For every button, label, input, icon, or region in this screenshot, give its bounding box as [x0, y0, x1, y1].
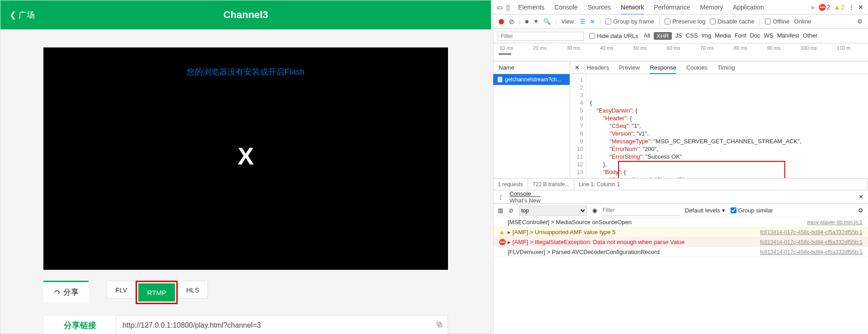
log-row[interactable]: [MSEController] > MediaSource onSourceOp… — [493, 217, 868, 227]
console-settings-icon[interactable]: ⚙ — [858, 207, 863, 214]
filter-img[interactable]: Img — [702, 32, 712, 40]
highlight-box-url — [618, 161, 785, 178]
preserve-log-checkbox[interactable]: Preserve log — [665, 18, 705, 25]
document-icon — [498, 77, 502, 82]
filter-xhr[interactable]: XHR — [654, 32, 671, 40]
tab-rtmp[interactable]: RTMP — [138, 283, 175, 301]
drawer-tabs: ⋮ ConsoleWhat's New ✕ — [493, 190, 868, 204]
devtools-close-icon[interactable]: ✕ — [858, 4, 863, 11]
error-badge[interactable]: ⛔ 2 — [818, 4, 830, 11]
share-panel-tab[interactable]: 分享 — [43, 281, 89, 302]
clear-icon[interactable]: ⊘ — [509, 18, 514, 26]
net-settings-icon[interactable]: ⚙ — [857, 18, 863, 25]
console-clear-icon[interactable]: ⊘ — [509, 207, 514, 214]
console-filter-input[interactable] — [603, 206, 679, 216]
context-select[interactable]: top — [519, 206, 587, 216]
devtools-tab-console[interactable]: Console — [554, 0, 577, 14]
filter-js[interactable]: JS — [675, 32, 682, 40]
tab-flv[interactable]: FLV — [107, 281, 136, 299]
filter-ws[interactable]: WS — [764, 32, 774, 40]
view-waterfall-icon[interactable]: ≋ — [590, 18, 595, 25]
cursor-position: Line 1, Column 1 — [574, 179, 868, 190]
log-row[interactable]: ⛔▸ [AMF] > IllegalStateException: Data n… — [493, 237, 868, 247]
player-fallback-x: X — [237, 142, 254, 170]
settings-icon[interactable]: ⋮ — [848, 4, 854, 11]
share-link-input[interactable]: http://127.0.0.1:10800/play.html?channel… — [116, 315, 448, 334]
json-line: "MessageType": "MSG_SC_SERVER_GET_CHANNE… — [590, 137, 802, 145]
devtools-tab-network[interactable]: Network — [621, 0, 644, 14]
console-toolbar: ▥ ⊘ top ◉ Default levels ▾ Group similar… — [493, 204, 868, 217]
view-large-icon[interactable]: ☰ — [580, 18, 585, 25]
detail-tab-headers[interactable]: Headers — [587, 61, 609, 74]
more-tabs-chevrons[interactable]: » — [811, 4, 815, 11]
hide-data-urls-checkbox[interactable]: Hide data URLs — [589, 33, 638, 39]
filter-doc[interactable]: Doc — [750, 32, 760, 40]
devtools-panel: ▭ ▯ ElementsConsoleSourcesNetworkPerform… — [493, 0, 868, 334]
chevron-left-icon: ❮ — [9, 10, 16, 19]
live-expression-icon[interactable]: ◉ — [592, 207, 597, 214]
devtools-tab-sources[interactable]: Sources — [588, 0, 611, 14]
filter-media[interactable]: Media — [715, 32, 731, 40]
group-by-frame-checkbox[interactable]: Group by frame — [605, 18, 654, 25]
devtools-tab-performance[interactable]: Performance — [654, 0, 690, 14]
request-detail-tabs: ✕ HeadersPreviewResponseCookiesTiming — [570, 61, 868, 74]
timeline-tick: 90 ms — [767, 45, 781, 61]
devtools-tab-elements[interactable]: Elements — [518, 0, 544, 14]
timeline-tick: 50 ms — [633, 45, 647, 61]
search-icon[interactable]: 🔍 — [543, 18, 551, 25]
share-link-value: http://127.0.0.1:10800/play.html?channel… — [123, 321, 261, 329]
console-sidebar-icon[interactable]: ▥ — [498, 207, 503, 214]
copy-icon[interactable] — [436, 321, 443, 330]
log-row[interactable]: [FLVDemuxer] > Parsed AVCDecoderConfigur… — [493, 247, 868, 257]
share-link-label: 分享链接 — [43, 315, 116, 334]
filter-other[interactable]: Other — [803, 32, 818, 40]
timeline-tick: 40 ms — [600, 45, 613, 61]
detail-close-icon[interactable]: ✕ — [575, 64, 580, 71]
detail-tab-cookies[interactable]: Cookies — [686, 61, 708, 74]
log-levels-select[interactable]: Default levels ▾ — [685, 207, 725, 214]
video-player[interactable]: 您的浏览器没有安装或开启Flash X — [43, 47, 448, 270]
stream-app: ❮ 广场 Channel3 您的浏览器没有安装或开启Flash X 分享 FLV… — [0, 0, 491, 334]
tab-hls[interactable]: HLS — [178, 281, 208, 299]
view-label: View: — [561, 18, 576, 25]
devtools-tab-memory[interactable]: Memory — [700, 0, 723, 14]
group-similar-checkbox[interactable]: Group similar — [731, 207, 773, 214]
log-row[interactable]: ▲▸ [AMF] > Unsupported AMF value type 5f… — [493, 227, 868, 237]
response-json[interactable]: 12345678910111213141516 { "EasyDarwin": … — [570, 74, 868, 178]
drawer-close-icon[interactable]: ✕ — [859, 193, 863, 200]
timeline-tick: 100 ms — [801, 45, 817, 61]
filter-all[interactable]: All — [644, 32, 650, 40]
drawer-menu-icon[interactable]: ⋮ — [498, 193, 504, 200]
timeline-tick: 70 ms — [700, 45, 714, 61]
share-label: 分享 — [63, 287, 79, 297]
detail-tab-preview[interactable]: Preview — [619, 61, 640, 74]
detail-tab-response[interactable]: Response — [650, 61, 676, 74]
inspect-icon[interactable]: ▭ — [497, 4, 503, 11]
disable-cache-checkbox[interactable]: Disable cache — [710, 18, 755, 25]
request-item[interactable]: getchannelstream?ch... — [493, 74, 570, 85]
filter-css[interactable]: CSS — [686, 32, 698, 40]
drawer-tab-what-s-new[interactable]: What's New — [509, 197, 541, 204]
network-timeline[interactable]: 10 ms20 ms30 ms40 ms50 ms60 ms70 ms80 ms… — [493, 43, 868, 61]
warning-badge[interactable]: ▲ 2 — [834, 4, 844, 11]
filter-manifest[interactable]: Manifest — [777, 32, 799, 40]
back-button[interactable]: ❮ 广场 — [0, 9, 44, 20]
filter-funnel-icon[interactable]: ▼ — [533, 18, 539, 25]
json-line: "Version": "v1", — [590, 130, 802, 137]
console-log[interactable]: [MSEController] > MediaSource onSourceOp… — [493, 217, 868, 334]
drawer-tab-console[interactable]: Console — [509, 190, 541, 197]
highlight-box-rtmp: RTMP — [136, 281, 177, 304]
throttle-select[interactable]: Online — [794, 18, 811, 25]
camera-icon[interactable]: ■ — [525, 18, 528, 25]
flash-message: 您的浏览器没有安装或开启Flash — [187, 66, 304, 77]
filter-font[interactable]: Font — [735, 32, 746, 40]
timeline-tick: 30 ms — [566, 45, 580, 61]
detail-tab-timing[interactable]: Timing — [717, 61, 735, 74]
devtools-tab-application[interactable]: Application — [733, 0, 764, 14]
network-filter-input[interactable] — [498, 32, 584, 41]
device-icon[interactable]: ▯ — [506, 4, 510, 11]
name-column-header[interactable]: Name — [493, 61, 570, 74]
record-icon[interactable] — [499, 19, 504, 24]
player-area: 您的浏览器没有安装或开启Flash X — [43, 47, 448, 270]
offline-checkbox[interactable]: Offline — [765, 18, 789, 25]
